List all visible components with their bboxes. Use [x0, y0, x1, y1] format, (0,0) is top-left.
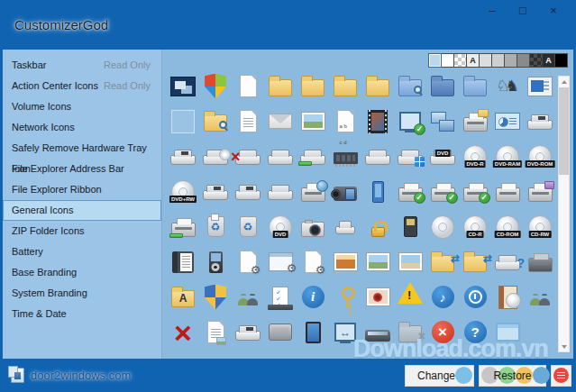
icon-cell-settings-window[interactable] — [264, 244, 297, 279]
scrollbar[interactable] — [558, 76, 570, 352]
icon-cell-search-folder-blue[interactable] — [394, 68, 426, 104]
sidebar-item-general-icons[interactable]: General Icons — [3, 200, 161, 221]
icon-cell-task-view[interactable] — [167, 68, 199, 104]
icon-cell-recycle-bin-full[interactable] — [199, 209, 232, 244]
preview-bg-gray-1[interactable] — [479, 53, 492, 68]
sidebar-item-zip-folder-icons[interactable]: ZIP Folder Icons — [3, 221, 161, 242]
icon-cell-dvd-disc[interactable]: DVD — [264, 209, 297, 244]
icon-cell-fax-printer[interactable] — [491, 174, 524, 209]
restore-button[interactable]: Restore — [479, 365, 546, 387]
icon-cell-folder-closed[interactable] — [264, 68, 297, 104]
icon-cell-scanner[interactable] — [361, 315, 394, 350]
icon-cell-folder-3[interactable] — [329, 68, 361, 104]
icon-cell-search-folder[interactable] — [199, 104, 232, 139]
preview-bg-gray-3[interactable] — [504, 53, 517, 68]
menu-button[interactable] — [551, 365, 571, 387]
icon-cell-sync-folder-2[interactable] — [459, 244, 491, 279]
preview-bg-gray-2[interactable] — [491, 53, 505, 68]
icon-cell-system-drive-windows[interactable] — [394, 139, 426, 174]
icon-cell-picture-photo[interactable] — [361, 244, 394, 279]
icon-cell-video-file[interactable] — [361, 104, 394, 139]
maximize-button[interactable]: □ — [507, 0, 538, 22]
icon-cell-folder-4[interactable] — [361, 68, 394, 104]
sidebar-item-time-date[interactable]: Time & Date — [3, 304, 161, 324]
icon-cell-dvd-ram-disc[interactable]: DVD-RAM — [491, 139, 524, 174]
icon-cell-rich-document[interactable] — [199, 315, 232, 350]
sidebar-item-action-center-icons[interactable]: Action Center IconsRead Only — [3, 76, 161, 96]
preview-bg-light-blue[interactable] — [428, 53, 442, 68]
icon-cell-info-badge[interactable] — [297, 279, 329, 315]
icon-cell-sync-folder[interactable] — [426, 244, 459, 279]
preview-bg-black[interactable] — [554, 53, 568, 68]
icon-cell-blank-icon[interactable] — [167, 104, 199, 139]
scrollbar-thumb[interactable] — [559, 87, 569, 175]
sidebar-item-file-explorer-ribbon[interactable]: File Explorer Ribbon — [3, 179, 161, 200]
icon-cell-games-chess[interactable] — [491, 68, 524, 104]
icon-cell-fonts-folder[interactable] — [167, 279, 199, 315]
icon-cell-printer-ok[interactable] — [426, 174, 459, 209]
sidebar-item-file-explorer-address-bar[interactable]: File Explorer Address Bar — [3, 159, 161, 179]
icon-cell-unknown-drive[interactable] — [491, 244, 524, 279]
icon-cell-folder-blue-dark[interactable] — [426, 68, 459, 104]
icon-cell-picture-autumn[interactable] — [329, 244, 361, 279]
icon-cell-cd-rom-disc[interactable]: CD-ROM — [491, 209, 524, 244]
preview-bg-gray-4[interactable] — [517, 53, 530, 68]
icon-cell-printer-green[interactable] — [167, 209, 199, 244]
icon-cell-key[interactable] — [329, 279, 361, 315]
icon-cell-picture-panorama[interactable] — [394, 244, 426, 279]
icon-cell-hidden-folder[interactable] — [394, 315, 426, 350]
icon-cell-task-checklist[interactable] — [264, 279, 297, 315]
icon-cell-recycle-bin-empty[interactable] — [232, 209, 264, 244]
preview-bg-white[interactable] — [441, 53, 454, 68]
icon-cell-usb-drive[interactable] — [329, 209, 361, 244]
sidebar-item-base-branding[interactable]: Base Branding — [3, 262, 161, 283]
icon-cell-organizer-book[interactable] — [167, 244, 199, 279]
icon-cell-file-history-clock[interactable] — [459, 279, 491, 315]
icon-cell-display-settings[interactable] — [524, 68, 556, 104]
icon-cell-external-drive[interactable] — [232, 315, 264, 350]
icon-cell-mobile-device[interactable] — [361, 174, 394, 209]
icon-cell-delete-red-x[interactable] — [167, 315, 199, 350]
icon-cell-empty-slot[interactable] — [524, 315, 556, 350]
icon-cell-printer-ok-2[interactable] — [459, 174, 491, 209]
icon-cell-picture-flower[interactable] — [361, 279, 394, 315]
icon-cell-printer-ok-purple[interactable] — [394, 174, 426, 209]
icon-cell-monitor-ok[interactable] — [394, 104, 426, 139]
icon-cell-cd-rw-disc[interactable]: CD-RW — [524, 209, 556, 244]
icon-cell-cd-drive[interactable] — [199, 139, 232, 174]
icon-cell-hard-drive-2[interactable] — [361, 139, 394, 174]
icon-cell-dvd-drive[interactable]: DVD — [426, 139, 459, 174]
icon-cell-blank-document[interactable] — [232, 68, 264, 104]
icon-cell-floppy-drive-2[interactable] — [199, 174, 232, 209]
icon-cell-error-badge[interactable] — [426, 315, 459, 350]
icon-cell-screen-resize[interactable] — [329, 315, 361, 350]
icon-cell-portable-device[interactable] — [394, 209, 426, 244]
icon-cell-dvd-rom-disc[interactable]: DVD-ROM — [524, 139, 556, 174]
icon-cell-system-file[interactable] — [232, 244, 264, 279]
icon-cell-fonts-page[interactable] — [329, 104, 361, 139]
icon-cell-dvd-rw-disc[interactable]: DVD+RW — [167, 174, 199, 209]
icon-cell-blank-disc[interactable] — [426, 209, 459, 244]
scroll-down-icon[interactable] — [559, 342, 569, 351]
icon-cell-user-accounts[interactable] — [232, 279, 264, 315]
sidebar-item-network-icons[interactable]: Network Icons — [3, 117, 161, 138]
icon-cell-network-drive[interactable] — [297, 139, 329, 174]
icon-cell-picture-file[interactable] — [297, 104, 329, 139]
icon-cell-system-info-card[interactable] — [491, 104, 524, 139]
icon-cell-uac-shield[interactable] — [199, 279, 232, 315]
minimize-button[interactable]: – — [477, 0, 507, 22]
icon-cell-floppy-drive[interactable] — [167, 139, 199, 174]
icon-cell-text-document[interactable] — [232, 104, 264, 139]
icon-cell-slate-device[interactable] — [264, 315, 297, 350]
icon-cell-removable-drive[interactable] — [524, 104, 556, 139]
close-button[interactable]: × — [538, 0, 569, 22]
icon-cell-printer-purple[interactable] — [524, 174, 556, 209]
icon-cell-mail-envelope[interactable] — [264, 104, 297, 139]
icon-cell-hard-drive[interactable] — [264, 139, 297, 174]
brand[interactable]: door2windows.com — [11, 368, 131, 383]
icon-cell-dvd-r-disc[interactable]: DVD-R — [459, 139, 491, 174]
preview-bg-transparent-dark[interactable] — [529, 53, 543, 68]
icon-cell-warning[interactable] — [394, 279, 426, 315]
preview-bg-transparent-light[interactable] — [453, 53, 467, 68]
change-button[interactable]: Change — [405, 365, 474, 387]
